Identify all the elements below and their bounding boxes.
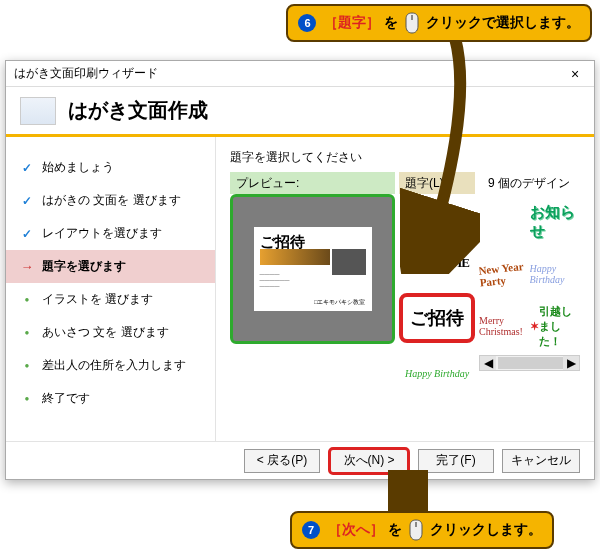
design-hikkoshi[interactable]: ✶引越しました！ (530, 303, 581, 349)
instruction-text: 題字を選択してください (230, 149, 580, 166)
design-newyear[interactable]: New Year Party (479, 248, 532, 299)
close-icon[interactable]: × (560, 66, 590, 82)
preview-header: プレビュー: (230, 172, 395, 194)
step-daiji[interactable]: →題字を選びます (6, 250, 215, 283)
step-illust[interactable]: ●イラストを 選びます (6, 283, 215, 316)
cancel-button[interactable]: キャンセル (502, 449, 580, 473)
callout-num-6: 6 (298, 14, 316, 32)
page-title: はがき文面作成 (68, 97, 208, 124)
window-title: はがき文面印刷ウィザード (10, 65, 560, 82)
design-empty[interactable] (479, 199, 530, 245)
dot-icon: ● (20, 295, 34, 304)
design-scrollbar[interactable]: ◀ ▶ (479, 355, 580, 371)
wizard-steps: ✓始めましょう ✓はがきの 文面を 選びます ✓レイアウトを選びます →題字を選… (6, 137, 216, 441)
mouse-icon (408, 519, 424, 541)
daiji-list: なし WELCOME ご招待 Happy Birthday (399, 194, 475, 396)
step-bunmen[interactable]: ✓はがきの 文面を 選びます (6, 184, 215, 217)
footer-buttons: < 戻る(P) 次へ(N) > 完了(F) キャンセル (6, 441, 594, 479)
back-button[interactable]: < 戻る(P) (244, 449, 320, 473)
daiji-happy-birthday[interactable]: Happy Birthday (399, 350, 475, 396)
callout-6: 6 ［題字］ を クリックで選択します。 (286, 4, 592, 42)
check-icon: ✓ (20, 161, 34, 175)
svg-rect-1 (415, 522, 417, 527)
check-icon: ✓ (20, 227, 34, 241)
preview-box: ご招待 ―――――――――――――― □エキモパキシ教室 (230, 194, 395, 344)
design-header: 9 個のデザイン (479, 172, 580, 194)
dot-icon: ● (20, 394, 34, 403)
daiji-goshoutai[interactable]: ご招待 (399, 293, 475, 343)
daiji-welcome[interactable]: WELCOME (399, 240, 475, 286)
design-oshirase[interactable]: お知らせ (530, 199, 581, 245)
scroll-right-icon[interactable]: ▶ (563, 356, 579, 370)
step-layout[interactable]: ✓レイアウトを選びます (6, 217, 215, 250)
check-icon: ✓ (20, 194, 34, 208)
dot-icon: ● (20, 328, 34, 337)
step-end[interactable]: ●終了です (6, 382, 215, 415)
arrow-icon: → (20, 259, 34, 274)
finish-button[interactable]: 完了(F) (418, 449, 494, 473)
dot-icon: ● (20, 361, 34, 370)
header-icon (20, 97, 56, 125)
design-merrychristmas[interactable]: Merry Christmas! (479, 303, 530, 349)
step-start[interactable]: ✓始めましょう (6, 151, 215, 184)
daiji-none[interactable]: なし (422, 205, 452, 227)
step-aisatsu[interactable]: ●あいさつ 文を 選びます (6, 316, 215, 349)
svg-rect-0 (411, 15, 413, 20)
header: はがき文面作成 (6, 87, 594, 137)
callout-num-7: 7 (302, 521, 320, 539)
scroll-left-icon[interactable]: ◀ (480, 356, 496, 370)
titlebar: はがき文面印刷ウィザード × (6, 61, 594, 87)
next-button[interactable]: 次へ(N) > (328, 447, 410, 475)
callout-7: 7 ［次へ］ を クリックします。 (290, 511, 554, 549)
daiji-header: 題字(L): (399, 172, 475, 194)
design-hb[interactable]: Happy Birthday (530, 251, 581, 297)
step-address[interactable]: ●差出人の住所を入力します (6, 349, 215, 382)
wizard-dialog: はがき文面印刷ウィザード × はがき文面作成 ✓始めましょう ✓はがきの 文面を… (5, 60, 595, 480)
design-grid: お知らせ New Year Party Happy Birthday Merry… (479, 194, 580, 349)
mouse-icon (404, 12, 420, 34)
postcard-preview: ご招待 ―――――――――――――― □エキモパキシ教室 (254, 227, 372, 311)
